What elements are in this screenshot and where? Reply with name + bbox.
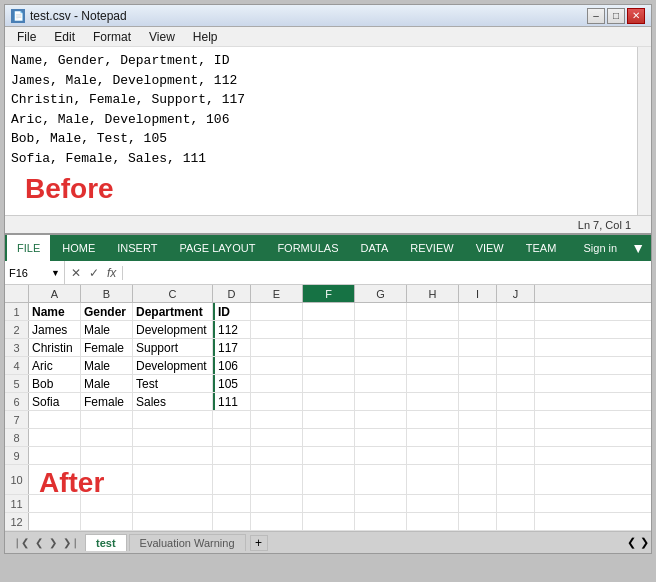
cell-h11[interactable] [407, 495, 459, 512]
cell-a4[interactable]: Aric [29, 357, 81, 374]
col-header-i[interactable]: I [459, 285, 497, 302]
cell-a2[interactable]: James [29, 321, 81, 338]
tab-nav-last[interactable]: ❯❘ [61, 537, 81, 548]
cell-b1[interactable]: Gender [81, 303, 133, 320]
cell-f4[interactable] [303, 357, 355, 374]
cell-b9[interactable] [81, 447, 133, 464]
ribbon-tab-review[interactable]: REVIEW [400, 235, 463, 261]
cell-i10[interactable] [459, 465, 497, 494]
cell-c5[interactable]: Test [133, 375, 213, 392]
sign-in-button[interactable]: Sign in [576, 242, 626, 254]
cell-b6[interactable]: Female [81, 393, 133, 410]
cell-e12[interactable] [251, 513, 303, 530]
cell-i11[interactable] [459, 495, 497, 512]
cell-e5[interactable] [251, 375, 303, 392]
cell-e7[interactable] [251, 411, 303, 428]
cell-j10[interactable] [497, 465, 535, 494]
cell-a10[interactable]: After [29, 465, 81, 494]
cell-c4[interactable]: Development [133, 357, 213, 374]
cell-c8[interactable] [133, 429, 213, 446]
menu-file[interactable]: File [9, 28, 44, 46]
sheet-tab-eval-warning[interactable]: Evaluation Warning [129, 534, 246, 551]
cell-e9[interactable] [251, 447, 303, 464]
cancel-icon[interactable]: ✕ [69, 266, 83, 280]
cell-h6[interactable] [407, 393, 459, 410]
cell-i2[interactable] [459, 321, 497, 338]
cell-g8[interactable] [355, 429, 407, 446]
col-header-c[interactable]: C [133, 285, 213, 302]
cell-f12[interactable] [303, 513, 355, 530]
tab-nav-prev[interactable]: ❮ [33, 537, 45, 548]
cell-g2[interactable] [355, 321, 407, 338]
cell-j9[interactable] [497, 447, 535, 464]
vertical-scrollbar[interactable] [637, 47, 651, 215]
menu-help[interactable]: Help [185, 28, 226, 46]
cell-c1[interactable]: Department [133, 303, 213, 320]
cell-g3[interactable] [355, 339, 407, 356]
cell-c2[interactable]: Development [133, 321, 213, 338]
cell-d10[interactable] [213, 465, 251, 494]
tab-nav-next[interactable]: ❯ [47, 537, 59, 548]
cell-c12[interactable] [133, 513, 213, 530]
cell-d7[interactable] [213, 411, 251, 428]
name-box[interactable]: F16 ▼ [5, 261, 65, 284]
cell-h7[interactable] [407, 411, 459, 428]
cell-c3[interactable]: Support [133, 339, 213, 356]
tab-nav-first[interactable]: ❘❮ [11, 537, 31, 548]
ribbon-tab-team[interactable]: TEAM [516, 235, 567, 261]
add-sheet-button[interactable]: + [250, 535, 268, 551]
cell-j1[interactable] [497, 303, 535, 320]
cell-h5[interactable] [407, 375, 459, 392]
cell-g11[interactable] [355, 495, 407, 512]
cell-g12[interactable] [355, 513, 407, 530]
cell-b5[interactable]: Male [81, 375, 133, 392]
function-icon[interactable]: fx [105, 266, 118, 280]
cell-j3[interactable] [497, 339, 535, 356]
cell-j5[interactable] [497, 375, 535, 392]
ribbon-tab-page-layout[interactable]: PAGE LAYOUT [169, 235, 265, 261]
cell-d8[interactable] [213, 429, 251, 446]
cell-f11[interactable] [303, 495, 355, 512]
menu-format[interactable]: Format [85, 28, 139, 46]
cell-i5[interactable] [459, 375, 497, 392]
cell-f8[interactable] [303, 429, 355, 446]
cell-i6[interactable] [459, 393, 497, 410]
cell-i8[interactable] [459, 429, 497, 446]
cell-b7[interactable] [81, 411, 133, 428]
name-box-arrow[interactable]: ▼ [51, 268, 60, 278]
close-button[interactable]: ✕ [627, 8, 645, 24]
col-header-j[interactable]: J [497, 285, 535, 302]
cell-i12[interactable] [459, 513, 497, 530]
cell-e10[interactable] [251, 465, 303, 494]
maximize-button[interactable]: □ [607, 8, 625, 24]
cell-d2[interactable]: 112 [213, 321, 251, 338]
cell-j11[interactable] [497, 495, 535, 512]
cell-g10[interactable] [355, 465, 407, 494]
cell-a8[interactable] [29, 429, 81, 446]
cell-d4[interactable]: 106 [213, 357, 251, 374]
ribbon-tab-formulas[interactable]: FORMULAS [267, 235, 348, 261]
cell-g9[interactable] [355, 447, 407, 464]
cell-f6[interactable] [303, 393, 355, 410]
cell-j12[interactable] [497, 513, 535, 530]
cell-c9[interactable] [133, 447, 213, 464]
cell-f5[interactable] [303, 375, 355, 392]
cell-c10[interactable] [133, 465, 213, 494]
cell-i1[interactable] [459, 303, 497, 320]
col-header-f[interactable]: F [303, 285, 355, 302]
ribbon-tab-insert[interactable]: INSERT [107, 235, 167, 261]
scroll-right-icon[interactable]: ❯ [640, 536, 649, 549]
sheet-tab-test[interactable]: test [85, 534, 127, 551]
cell-f7[interactable] [303, 411, 355, 428]
cell-e3[interactable] [251, 339, 303, 356]
cell-d9[interactable] [213, 447, 251, 464]
cell-h3[interactable] [407, 339, 459, 356]
cell-e6[interactable] [251, 393, 303, 410]
col-header-b[interactable]: B [81, 285, 133, 302]
cell-a5[interactable]: Bob [29, 375, 81, 392]
cell-a7[interactable] [29, 411, 81, 428]
cell-h1[interactable] [407, 303, 459, 320]
cell-b8[interactable] [81, 429, 133, 446]
cell-h10[interactable] [407, 465, 459, 494]
cell-h2[interactable] [407, 321, 459, 338]
